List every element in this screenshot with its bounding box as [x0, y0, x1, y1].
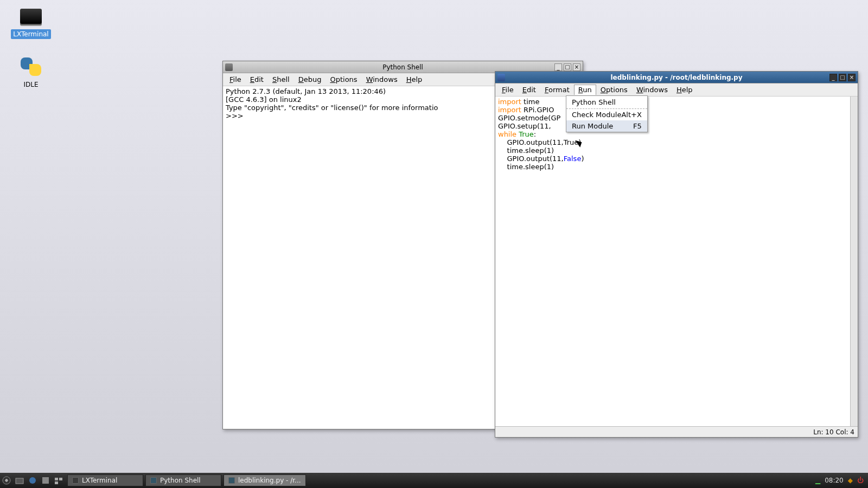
python-shell-icon — [150, 477, 157, 484]
close-button[interactable]: × — [573, 63, 580, 71]
minimize-button[interactable]: _ — [829, 74, 837, 81]
run-menu-python-shell[interactable]: Python Shell — [566, 96, 647, 109]
clock[interactable]: 08:20 — [825, 477, 844, 484]
accelerator: Alt+X — [621, 111, 641, 119]
file-manager-icon[interactable] — [14, 475, 25, 486]
close-button[interactable]: × — [848, 74, 856, 81]
scrollbar-vertical[interactable] — [850, 97, 858, 426]
window-editor: ledblinking.py - /root/ledblinking.py _ … — [495, 71, 858, 438]
svg-rect-6 — [55, 481, 58, 484]
taskbar: LXTerminal Python Shell ledblinking.py -… — [0, 473, 868, 488]
titlebar[interactable]: ledblinking.py - /root/ledblinking.py _ … — [495, 72, 858, 84]
window-icon — [497, 74, 505, 81]
menu-run[interactable]: Run — [574, 85, 596, 95]
menubar: File Edit Format Run Options Windows Hel… — [495, 84, 858, 97]
maximize-button[interactable]: □ — [839, 74, 846, 81]
menu-options[interactable]: Options — [596, 85, 632, 95]
shutdown-icon[interactable]: ⏻ — [857, 477, 864, 484]
menu-options[interactable]: Options — [326, 74, 361, 85]
menu-format[interactable]: Format — [540, 85, 574, 95]
run-menu-dropdown: Python Shell Check Module Alt+X Run Modu… — [566, 95, 648, 132]
window-icon — [225, 63, 233, 71]
run-menu-check-module[interactable]: Check Module Alt+X — [566, 109, 647, 120]
taskbar-item-python-shell[interactable]: Python Shell — [145, 474, 221, 486]
menu-edit[interactable]: Edit — [246, 74, 268, 85]
menu-help[interactable]: Help — [672, 85, 697, 95]
svg-rect-4 — [55, 478, 58, 480]
statusbar: Ln: 10 Col: 4 — [495, 426, 858, 437]
cursor-position: Ln: 10 Col: 4 — [813, 428, 854, 436]
desktop-icon-lxterminal[interactable]: LXTerminal — [7, 7, 55, 39]
minimize-button[interactable]: _ — [554, 63, 562, 71]
svg-rect-5 — [59, 478, 62, 480]
editor-icon — [228, 477, 235, 484]
menu-debug[interactable]: Debug — [294, 74, 326, 85]
menu-edit[interactable]: Edit — [518, 85, 540, 95]
run-menu-run-module[interactable]: Run Module F5 — [566, 120, 647, 132]
menu-help[interactable]: Help — [402, 74, 427, 85]
start-menu-button[interactable] — [1, 475, 12, 486]
show-desktop-icon[interactable] — [40, 475, 51, 486]
svg-rect-3 — [42, 477, 49, 484]
taskbar-item-lxterminal[interactable]: LXTerminal — [67, 474, 143, 486]
window-title: ledblinking.py - /root/ledblinking.py — [610, 74, 742, 81]
menu-windows[interactable]: Windows — [632, 85, 672, 95]
svg-rect-1 — [16, 478, 23, 484]
lock-icon[interactable]: ◆ — [848, 477, 853, 484]
taskbar-item-editor[interactable]: ledblinking.py - /r... — [224, 474, 306, 486]
menu-file[interactable]: File — [497, 85, 518, 95]
desktop-icon-label: LXTerminal — [11, 29, 50, 39]
menu-windows[interactable]: Windows — [362, 74, 402, 85]
maximize-button[interactable]: □ — [564, 63, 571, 71]
python-icon — [18, 57, 44, 76]
menu-file[interactable]: File — [225, 74, 246, 85]
window-title: Python Shell — [382, 63, 423, 71]
editor-content[interactable]: import time import RPi.GPIO GPIO.setmode… — [495, 97, 858, 426]
cpu-monitor-icon[interactable]: ▁ — [815, 477, 820, 484]
window-list-icon[interactable] — [53, 475, 64, 486]
accelerator: F5 — [633, 122, 642, 130]
desktop-icon-idle[interactable]: IDLE — [7, 57, 55, 89]
menu-shell[interactable]: Shell — [268, 74, 294, 85]
terminal-monitor-icon — [18, 7, 44, 26]
desktop-icon-label: IDLE — [21, 80, 40, 89]
terminal-icon — [72, 477, 79, 484]
system-tray: ▁ 08:20 ◆ ⏻ — [815, 477, 868, 484]
browser-icon[interactable] — [27, 475, 38, 486]
svg-point-2 — [29, 477, 36, 484]
